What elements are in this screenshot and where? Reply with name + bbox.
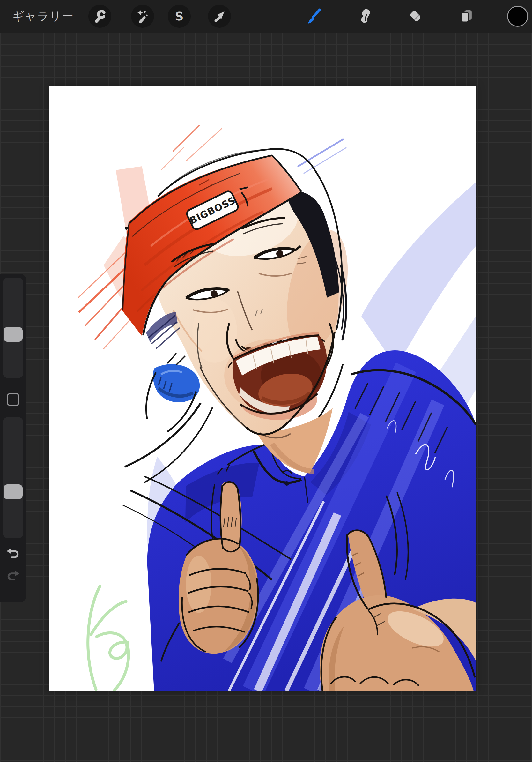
brush-size-handle[interactable] [4,327,23,342]
opacity-handle[interactable] [4,485,23,499]
paintbrush-icon [304,7,323,26]
layers-icon [458,8,475,25]
undo-icon [5,546,21,561]
gallery-button[interactable]: ギャラリー [12,8,74,24]
transform-button[interactable] [208,5,231,28]
eraser-icon [407,8,424,25]
redo-button[interactable] [5,568,21,583]
layers-button[interactable] [455,5,478,28]
selection-button[interactable]: S [168,5,191,28]
eraser-tool-button[interactable] [404,5,427,28]
brush-sidebar [0,274,26,602]
signature [88,586,129,690]
brush-tool-button[interactable] [302,5,325,28]
adjustments-button[interactable] [131,5,154,28]
current-color-swatch [507,6,528,27]
smudge-tool-button[interactable] [353,5,376,28]
actions-button[interactable] [88,5,111,28]
undo-button[interactable] [5,546,21,561]
canvas-artwork: BIGBOSS [49,87,476,691]
color-button[interactable] [506,5,529,28]
ear-blue-paint [146,353,200,432]
s-ribbon-icon: S [171,8,187,24]
procreate-app: ギャラリー S [0,0,532,762]
redo-icon [5,568,21,583]
transform-arrow-icon [212,8,228,24]
wrench-icon [92,8,108,24]
smudge-finger-icon [356,7,374,25]
modify-button[interactable] [7,393,20,406]
top-toolbar: ギャラリー S [0,0,532,33]
drawing-canvas[interactable]: BIGBOSS [49,87,476,691]
head: BIGBOSS [122,149,358,473]
opacity-slider[interactable] [3,417,23,538]
selection-glyph: S [175,9,183,23]
magic-wand-icon [135,8,151,24]
